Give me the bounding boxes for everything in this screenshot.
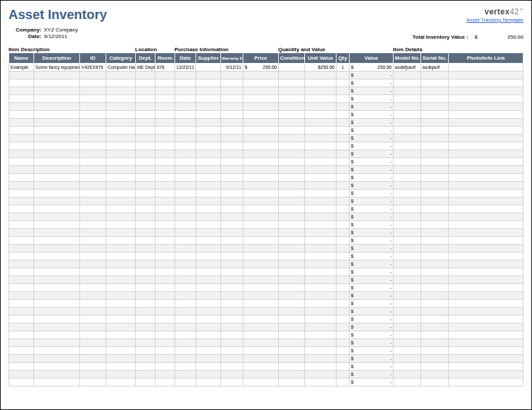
cell-empty[interactable] <box>106 292 136 300</box>
cell-empty[interactable] <box>175 166 196 174</box>
cell-empty[interactable] <box>136 245 155 253</box>
cell-empty[interactable] <box>34 379 80 386</box>
cell-empty[interactable] <box>305 331 337 339</box>
cell-empty[interactable] <box>421 339 449 347</box>
cell-empty[interactable] <box>305 260 337 268</box>
cell-empty[interactable] <box>175 260 196 268</box>
cell-empty[interactable]: $- <box>350 72 394 79</box>
cell-empty[interactable] <box>394 355 421 363</box>
cell-empty[interactable] <box>80 95 106 103</box>
cell-empty[interactable] <box>421 158 449 166</box>
cell-empty[interactable] <box>421 182 449 190</box>
cell-empty[interactable] <box>136 221 155 229</box>
cell-empty[interactable] <box>136 95 155 103</box>
cell-empty[interactable] <box>279 316 305 323</box>
cell-empty[interactable]: $- <box>350 253 394 260</box>
cell-empty[interactable] <box>106 229 136 237</box>
cell-empty[interactable] <box>449 300 523 308</box>
cell-empty[interactable] <box>221 182 243 190</box>
cell-empty[interactable] <box>175 339 196 347</box>
cell-empty[interactable] <box>449 221 523 229</box>
cell-empty[interactable] <box>9 260 34 268</box>
cell-empty[interactable] <box>337 237 350 245</box>
cell-empty[interactable] <box>337 253 350 260</box>
cell-empty[interactable]: $- <box>350 355 394 363</box>
cell-empty[interactable] <box>9 379 34 386</box>
cell-empty[interactable] <box>106 197 136 205</box>
cell-empty[interactable] <box>136 111 155 119</box>
cell-empty[interactable] <box>196 292 221 300</box>
brand-link[interactable]: Asset Tracking Template <box>466 17 523 23</box>
cell-empty[interactable] <box>421 134 449 142</box>
cell-empty[interactable] <box>305 245 337 253</box>
cell-empty[interactable] <box>80 87 106 95</box>
cell-empty[interactable] <box>175 323 196 331</box>
cell-empty[interactable] <box>9 316 34 323</box>
cell-empty[interactable] <box>243 316 279 323</box>
cell-empty[interactable] <box>80 268 106 276</box>
cell-empty[interactable] <box>243 134 279 142</box>
cell-empty[interactable] <box>80 379 106 386</box>
cell-empty[interactable] <box>394 229 421 237</box>
cell-empty[interactable] <box>221 150 243 158</box>
cell-empty[interactable] <box>80 134 106 142</box>
cell-empty[interactable] <box>175 150 196 158</box>
cell-empty[interactable] <box>337 72 350 79</box>
cell-empty[interactable] <box>421 300 449 308</box>
cell-price[interactable]: $250.00 <box>243 64 279 72</box>
cell-empty[interactable] <box>9 245 34 253</box>
cell-empty[interactable] <box>34 339 80 347</box>
cell-empty[interactable] <box>394 237 421 245</box>
cell-empty[interactable] <box>305 355 337 363</box>
cell-empty[interactable] <box>106 174 136 182</box>
cell-empty[interactable] <box>449 190 523 197</box>
cell-empty[interactable] <box>421 276 449 284</box>
cell-empty[interactable] <box>34 292 80 300</box>
cell-empty[interactable] <box>9 182 34 190</box>
cell-empty[interactable] <box>196 379 221 386</box>
cell-empty[interactable] <box>221 308 243 316</box>
cell-empty[interactable] <box>421 245 449 253</box>
cell-empty[interactable] <box>337 142 350 150</box>
cell-empty[interactable] <box>196 300 221 308</box>
cell-empty[interactable] <box>196 150 221 158</box>
cell-empty[interactable] <box>196 127 221 134</box>
cell-empty[interactable] <box>221 355 243 363</box>
cell-empty[interactable] <box>136 292 155 300</box>
cell-empty[interactable] <box>243 371 279 379</box>
cell-empty[interactable] <box>279 205 305 213</box>
cell-empty[interactable] <box>34 371 80 379</box>
cell-empty[interactable] <box>155 221 175 229</box>
cell-empty[interactable] <box>106 95 136 103</box>
cell-empty[interactable] <box>34 127 80 134</box>
cell-empty[interactable] <box>80 363 106 371</box>
cell-empty[interactable] <box>421 72 449 79</box>
cell-empty[interactable] <box>155 205 175 213</box>
cell-empty[interactable] <box>196 72 221 79</box>
cell-empty[interactable] <box>449 197 523 205</box>
cell-empty[interactable] <box>221 103 243 111</box>
cell-empty[interactable] <box>80 221 106 229</box>
cell-empty[interactable] <box>449 229 523 237</box>
cell-empty[interactable] <box>155 339 175 347</box>
cell-empty[interactable] <box>279 87 305 95</box>
cell-empty[interactable] <box>337 221 350 229</box>
cell-empty[interactable] <box>34 182 80 190</box>
cell-empty[interactable] <box>196 213 221 221</box>
cell-empty[interactable] <box>196 331 221 339</box>
cell-empty[interactable]: $- <box>350 237 394 245</box>
cell-empty[interactable] <box>394 347 421 355</box>
cell-empty[interactable] <box>155 127 175 134</box>
cell-empty[interactable] <box>221 339 243 347</box>
cell-empty[interactable] <box>279 103 305 111</box>
cell-empty[interactable]: $- <box>350 221 394 229</box>
cell-empty[interactable] <box>155 371 175 379</box>
cell-empty[interactable] <box>34 221 80 229</box>
cell-empty[interactable] <box>394 197 421 205</box>
cell-empty[interactable] <box>243 150 279 158</box>
cell-empty[interactable] <box>279 221 305 229</box>
cell-empty[interactable]: $- <box>350 119 394 127</box>
cell-empty[interactable] <box>106 142 136 150</box>
cell-empty[interactable] <box>155 134 175 142</box>
cell-empty[interactable] <box>34 166 80 174</box>
